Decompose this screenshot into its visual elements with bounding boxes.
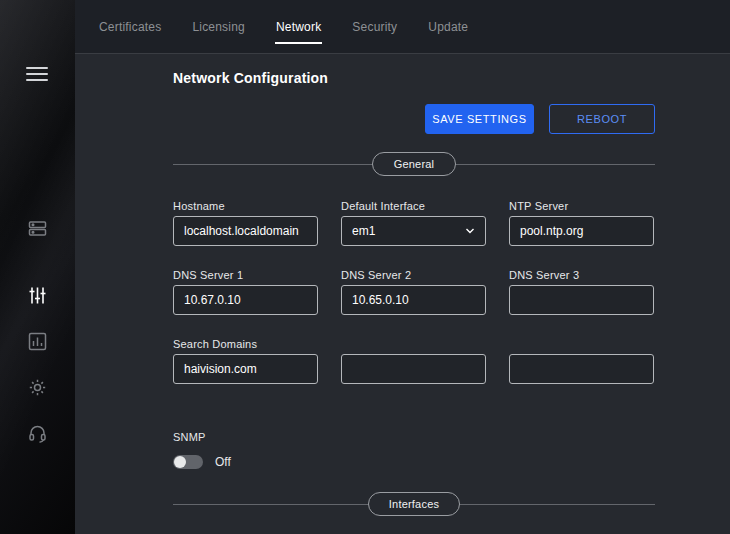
dns-server-2-input[interactable]: [341, 285, 486, 315]
servers-icon[interactable]: [27, 218, 48, 239]
page-title: Network Configuration: [173, 70, 328, 86]
sidebar: [0, 0, 75, 534]
snmp-toggle-track: [173, 455, 203, 469]
search-domains-input[interactable]: [173, 354, 318, 384]
dns-server-3-label: DNS Server 3: [509, 269, 579, 281]
save-settings-button[interactable]: SAVE SETTINGS: [425, 104, 534, 134]
snmp-toggle-state: Off: [215, 455, 231, 469]
support-headset-icon[interactable]: [27, 423, 48, 444]
menu-icon[interactable]: [26, 67, 48, 81]
dns-server-3-input[interactable]: [509, 285, 654, 315]
snmp-toggle[interactable]: Off: [173, 455, 231, 469]
snmp-label: SNMP: [173, 431, 206, 443]
tab-licensing[interactable]: Licensing: [191, 0, 246, 53]
general-section-pill[interactable]: General: [372, 152, 456, 176]
sliders-icon[interactable]: [27, 285, 48, 306]
chevron-down-icon: [465, 226, 475, 236]
search-domains-extra-input-1[interactable]: [341, 354, 486, 384]
default-interface-value: em1: [352, 224, 375, 238]
reports-chart-icon[interactable]: [27, 331, 48, 352]
tab-update[interactable]: Update: [427, 0, 469, 53]
default-interface-label: Default Interface: [341, 200, 425, 212]
snmp-toggle-knob: [174, 456, 186, 468]
search-domains-label: Search Domains: [173, 338, 257, 350]
tab-certificates[interactable]: Certificates: [98, 0, 162, 53]
dns-server-2-label: DNS Server 2: [341, 269, 411, 281]
admin-screen: Certificates Licensing Network Security …: [0, 0, 730, 534]
tab-network[interactable]: Network: [275, 0, 322, 53]
dns-server-1-input[interactable]: [173, 285, 318, 315]
dns-server-1-label: DNS Server 1: [173, 269, 243, 281]
ntp-server-label: NTP Server: [509, 200, 568, 212]
default-interface-select[interactable]: em1: [341, 216, 486, 246]
search-domains-extra-input-2[interactable]: [509, 354, 654, 384]
settings-gear-icon[interactable]: [27, 377, 48, 398]
tab-security[interactable]: Security: [351, 0, 398, 53]
top-tab-bar: Certificates Licensing Network Security …: [75, 0, 730, 54]
interfaces-section-pill[interactable]: Interfaces: [368, 492, 460, 516]
reboot-button[interactable]: REBOOT: [549, 104, 655, 134]
ntp-server-input[interactable]: [509, 216, 654, 246]
hostname-input[interactable]: [173, 216, 318, 246]
hostname-label: Hostname: [173, 200, 225, 212]
